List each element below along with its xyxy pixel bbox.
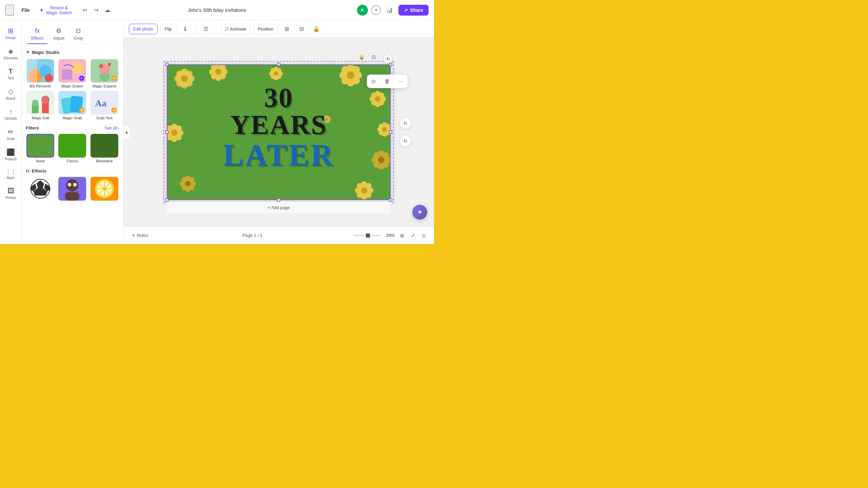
- handle-bm[interactable]: [277, 198, 280, 202]
- handle-br[interactable]: [389, 198, 392, 202]
- handle-lm[interactable]: [165, 130, 169, 134]
- sidebar-item-photos[interactable]: 🖼 Photos: [1, 184, 20, 203]
- canvas-copy-icon-btn[interactable]: ⊡: [369, 52, 378, 62]
- canvas-lock-icon-btn[interactable]: 🔒: [357, 52, 366, 62]
- notes-button[interactable]: ≡ Notes: [129, 231, 152, 240]
- fullscreen-button[interactable]: ⤢: [408, 231, 418, 240]
- position-button[interactable]: Position: [253, 24, 278, 34]
- handle-tm[interactable]: [277, 63, 280, 66]
- sidebar-item-design[interactable]: ⊞ Design: [1, 23, 20, 43]
- adjust-tab-label: Adjust: [53, 36, 64, 41]
- grab-text-thumb: Aa ★: [91, 91, 118, 115]
- magic-item-magic-eraser[interactable]: ✦ Magic Eraser: [58, 59, 87, 88]
- tab-adjust[interactable]: ⚙ Adjust: [49, 24, 68, 44]
- effect-item-soccer[interactable]: [26, 177, 55, 201]
- rotate-handle[interactable]: ↻: [384, 55, 392, 63]
- draw-icon: ✏: [8, 128, 14, 136]
- undo-button[interactable]: ↩: [81, 5, 88, 16]
- magic-item-magic-edit[interactable]: Magic Edit: [26, 91, 55, 120]
- canvas-refresh-top[interactable]: ↻: [400, 118, 411, 129]
- top-bar-right: K + 📊 ↗ Share: [323, 5, 429, 16]
- sidebar-label-uploads: Uploads: [4, 117, 17, 120]
- stats-button[interactable]: 📊: [384, 5, 395, 16]
- zoom-slider[interactable]: [353, 235, 380, 236]
- info-button[interactable]: ℹ: [179, 23, 191, 35]
- panel-tabs: fx Effects ⚙ Adjust ⊡ Crop: [22, 20, 123, 44]
- svg-point-33: [73, 183, 77, 186]
- add-page-bar[interactable]: + Add page: [167, 201, 391, 214]
- sidebar-item-apps[interactable]: ⋮⋮ Apps: [1, 165, 20, 183]
- add-collaborator-button[interactable]: +: [371, 5, 381, 15]
- effect-item-citrus[interactable]: [90, 177, 119, 201]
- panel-content: ✦ Magic Studio BG Remover: [22, 44, 123, 205]
- sidebar-item-elements[interactable]: ◈ Elements: [1, 44, 20, 63]
- effects-fx-label: fx: [26, 168, 30, 174]
- file-menu-button[interactable]: File: [18, 5, 33, 15]
- tab-effects[interactable]: fx Effects: [27, 25, 47, 44]
- redo-button[interactable]: ↪: [93, 5, 100, 16]
- more-options-button[interactable]: ···: [394, 75, 408, 88]
- filter-item-fresco[interactable]: Fresco: [58, 134, 87, 163]
- flip-button[interactable]: Flip: [160, 24, 176, 34]
- filter-item-none[interactable]: None: [26, 134, 55, 163]
- filters-grid: None Fresco Belvedere: [26, 134, 119, 163]
- grab-text-label: Grab Text: [96, 116, 113, 120]
- grab-text-badge: ★: [111, 107, 117, 113]
- sidebar-label-draw: Draw: [7, 137, 15, 141]
- filters-title: Filters: [26, 125, 39, 130]
- settings-view-button[interactable]: ⊙: [419, 231, 429, 240]
- magic-item-bg-remover[interactable]: BG Remover: [26, 59, 55, 88]
- svg-point-11: [99, 64, 103, 68]
- delete-button[interactable]: 🗑: [380, 75, 394, 88]
- sidebar-item-uploads[interactable]: ↑ Uploads: [1, 104, 20, 124]
- magic-assistant-icon: ✦: [417, 208, 423, 216]
- filter-item-belvedere[interactable]: Belvedere: [90, 134, 119, 163]
- menu-button[interactable]: [5, 5, 14, 16]
- sidebar-label-design: Design: [5, 36, 16, 40]
- sidebar-item-draw[interactable]: ✏ Draw: [1, 124, 20, 144]
- svg-point-15: [32, 100, 39, 106]
- crop-tab-label: Crop: [74, 36, 83, 41]
- design-icon: ⊞: [8, 27, 14, 35]
- sidebar-item-text[interactable]: T Text: [1, 64, 20, 83]
- magic-assistant-button[interactable]: ✦: [412, 205, 427, 220]
- svg-rect-13: [27, 91, 54, 115]
- align-button[interactable]: ⊟: [295, 23, 308, 35]
- share-button[interactable]: ↗ Share: [398, 5, 429, 16]
- magic-edit-thumb: [26, 91, 54, 115]
- magic-item-magic-grab[interactable]: ★ Magic Grab: [58, 91, 87, 120]
- magic-item-grab-text[interactable]: Aa ★ Grab Text: [90, 91, 119, 120]
- magic-switch-button[interactable]: Resize & Magic Switch: [37, 3, 77, 17]
- handle-tr[interactable]: [389, 63, 392, 66]
- svg-point-30: [66, 179, 78, 191]
- sidebar-item-projects[interactable]: ⬛ Projects: [1, 145, 20, 164]
- handle-rm[interactable]: [389, 130, 392, 134]
- collapse-panel-button[interactable]: ▲: [123, 125, 130, 139]
- top-bar-left: File Resize & Magic Switch ↩ ↪ ☁: [5, 3, 111, 17]
- project-title: John's 30th bday invitations: [111, 7, 323, 13]
- lock-button[interactable]: 🔒: [310, 23, 322, 35]
- svg-point-12: [108, 63, 111, 66]
- copy-style-button[interactable]: ⊙: [367, 75, 380, 88]
- effects-title: Effects: [32, 168, 46, 174]
- hamburger-menu-button[interactable]: ☰: [200, 23, 212, 35]
- save-button[interactable]: ☁: [104, 5, 111, 16]
- effects-panel: fx Effects ⚙ Adjust ⊡ Crop ✦ Magic Studi…: [22, 20, 123, 244]
- grid-view-button[interactable]: ⊞: [397, 231, 407, 240]
- handle-tl[interactable]: [165, 63, 169, 66]
- grid-button[interactable]: ⊞: [280, 23, 293, 35]
- magic-expand-thumb: ★: [91, 59, 118, 83]
- see-all-button[interactable]: See all ›: [104, 126, 119, 130]
- handle-bl[interactable]: [165, 198, 169, 202]
- svg-point-143: [379, 124, 383, 128]
- animate-button[interactable]: ⬡ Animate: [220, 24, 251, 34]
- sidebar-label-brand: Brand: [6, 97, 15, 100]
- tab-crop[interactable]: ⊡ Crop: [70, 24, 87, 44]
- magic-item-magic-expand[interactable]: ★ Magic Expand: [90, 59, 119, 88]
- animate-label: Animate: [230, 26, 246, 32]
- avatar-button[interactable]: K: [357, 5, 368, 16]
- sidebar-item-brand[interactable]: ◇ Brand: [1, 84, 20, 104]
- effect-item-portrait[interactable]: [58, 177, 87, 201]
- canvas-refresh-mid[interactable]: ↻: [400, 136, 411, 146]
- edit-photo-button[interactable]: Edit photo: [129, 24, 158, 34]
